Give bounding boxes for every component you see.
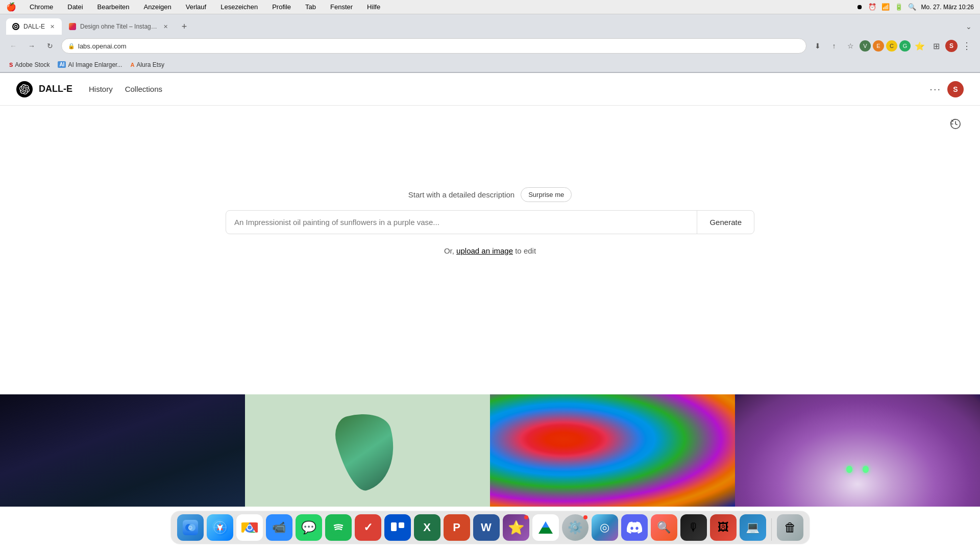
recording-indicator: ⏺ — [856, 3, 863, 11]
image-cell-4[interactable] — [735, 394, 980, 507]
tab-dalle[interactable]: DALL-E ✕ — [6, 18, 62, 35]
dock-icon-safari[interactable] — [207, 514, 233, 541]
tab-instagram[interactable]: Design ohne Titel – Instagra... ✕ — [63, 18, 175, 35]
tab-dalle-label: DALL-E — [23, 23, 45, 30]
generate-button[interactable]: Generate — [697, 211, 754, 234]
menubar-bearbeiten[interactable]: Bearbeiten — [94, 2, 133, 12]
refresh-button[interactable]: ↻ — [43, 39, 57, 53]
tab-dalle-close[interactable]: ✕ — [49, 22, 56, 31]
prompt-input-row: Generate — [226, 210, 754, 234]
bookmark-button[interactable]: ☆ — [843, 39, 857, 53]
dock-icon-arc[interactable]: ◎ — [592, 514, 618, 541]
dock-icon-finder[interactable]: ☺ — [177, 514, 204, 541]
user-avatar[interactable]: S — [947, 81, 964, 97]
prompt-label-text: Start with a detailed description — [408, 190, 514, 199]
share-button[interactable]: ↑ — [827, 39, 841, 53]
menubar-fenster[interactable]: Fenster — [327, 2, 356, 12]
dock-icon-excel[interactable]: X — [414, 514, 440, 541]
menubar-datei[interactable]: Datei — [64, 2, 86, 12]
menubar-verlauf[interactable]: Verlauf — [183, 2, 209, 12]
menubar-profile[interactable]: Profile — [269, 2, 294, 12]
image-grid — [0, 394, 980, 507]
nav-collections[interactable]: Collections — [125, 83, 162, 95]
dock-icon-trello[interactable] — [384, 514, 411, 541]
bookmark-ai-label: AI Image Enlarger... — [68, 61, 122, 68]
image-cell-1[interactable] — [0, 394, 245, 507]
menubar-hilfe[interactable]: Hilfe — [364, 2, 383, 12]
bookmarks-bar: S Adobe Stock AI AI Image Enlarger... A … — [0, 57, 980, 72]
dock-icon-preview[interactable]: 🖼 — [710, 514, 737, 541]
back-button[interactable]: ← — [6, 39, 20, 53]
dock-icon-screens[interactable]: 💻 — [740, 514, 766, 541]
menubar-lesezeichen[interactable]: Lesezeichen — [217, 2, 261, 12]
apple-menu[interactable]: 🍎 — [6, 2, 16, 12]
menubar-right: ⏺ ⏰ 📶 🔋 🔍 Mo. 27. März 10:26 — [856, 3, 974, 11]
dock-icon-chrome[interactable] — [236, 514, 263, 541]
dock-icon-word[interactable]: W — [473, 514, 500, 541]
more-button[interactable]: ··· — [929, 83, 941, 95]
dock-icon-discord[interactable] — [621, 514, 648, 541]
extension-3[interactable]: C — [886, 40, 897, 52]
bookmark-alura-etsy[interactable]: A Alura Etsy — [127, 60, 167, 69]
tab-instagram-label: Design ohne Titel – Instagra... — [80, 23, 158, 30]
menubar-anzeigen[interactable]: Anzeigen — [141, 2, 175, 12]
dock: ☺ — [0, 506, 980, 551]
extension-2[interactable]: E — [873, 40, 884, 52]
dock-icon-whatsapp[interactable]: 💬 — [296, 514, 322, 541]
forward-button[interactable]: → — [24, 39, 39, 53]
history-icon-button[interactable] — [947, 116, 964, 132]
nav-actions: ⬇ ↑ ☆ V E C G ⭐ ⊞ S ⋮ — [811, 39, 974, 53]
nav-history[interactable]: History — [89, 83, 113, 95]
page-wrapper: 🍎 Chrome Datei Bearbeiten Anzeigen Verla… — [0, 0, 980, 551]
prompt-input[interactable] — [226, 211, 697, 234]
dock-icon-spotify[interactable] — [325, 514, 352, 541]
extension-4[interactable]: G — [899, 40, 911, 52]
tab-instagram-close[interactable]: ✕ — [162, 22, 169, 31]
app-main: Start with a detailed description Surpri… — [0, 106, 980, 507]
upload-image-link[interactable]: upload an image — [456, 246, 513, 255]
dock-icon-sound[interactable]: 🎙 — [680, 514, 707, 541]
dock-icon-drive[interactable] — [532, 514, 559, 541]
extension-5[interactable]: ⭐ — [913, 39, 927, 53]
bookmark-adobe-label: Adobe Stock — [15, 61, 50, 68]
address-bar[interactable]: 🔒 labs.openai.com — [61, 38, 806, 54]
new-tab-button[interactable]: + — [177, 19, 191, 34]
extension-6[interactable]: ⊞ — [929, 39, 943, 53]
address-text: labs.openai.com — [78, 42, 127, 50]
svg-rect-18 — [399, 522, 404, 528]
dock-icon-settings[interactable]: ⚙️ — [562, 514, 589, 541]
download-button[interactable]: ⬇ — [811, 39, 825, 53]
surprise-me-button[interactable]: Surprise me — [521, 187, 572, 202]
app-header: DALL-E History Collections ··· S — [0, 73, 980, 106]
alura-favicon: A — [130, 62, 134, 68]
dock-icon-zoom[interactable]: 📹 — [266, 514, 292, 541]
lock-icon: 🔒 — [68, 43, 75, 49]
menubar-chrome[interactable]: Chrome — [27, 2, 56, 12]
svg-point-16 — [330, 519, 347, 536]
image-cell-3[interactable] — [490, 394, 735, 507]
bookmark-ai-enlarger[interactable]: AI AI Image Enlarger... — [55, 60, 125, 69]
image-cell-2[interactable] — [245, 394, 490, 507]
bookmark-alura-label: Alura Etsy — [136, 61, 164, 68]
browser-profile-avatar[interactable]: S — [945, 40, 958, 52]
ai-enlarger-favicon: AI — [58, 61, 66, 68]
more-options-button[interactable]: ⋮ — [960, 39, 974, 53]
upload-suffix: to edit — [513, 246, 536, 255]
prompt-description: Start with a detailed description Surpri… — [408, 187, 572, 202]
dock-container: ☺ — [170, 511, 810, 544]
svg-marker-23 — [538, 528, 553, 534]
browser-content: DALL-E History Collections ··· S — [0, 73, 980, 507]
svg-rect-17 — [391, 522, 397, 531]
time-machine-icon: ⏰ — [868, 3, 876, 11]
dock-icon-trash[interactable]: 🗑 — [777, 514, 803, 541]
tab-bar: DALL-E ✕ Design ohne Titel – Instagra...… — [0, 14, 980, 35]
extension-1[interactable]: V — [860, 40, 871, 52]
dock-icon-bezel[interactable]: ⭐ — [503, 514, 529, 541]
bookmark-adobe-stock[interactable]: S Adobe Stock — [6, 60, 53, 69]
tab-overflow-button[interactable]: ⌄ — [964, 20, 974, 33]
menubar-tab[interactable]: Tab — [302, 2, 319, 12]
search-icon[interactable]: 🔍 — [908, 3, 916, 11]
dock-icon-proxyman[interactable]: 🔍 — [651, 514, 677, 541]
dock-icon-powerpoint[interactable]: P — [444, 514, 470, 541]
dock-icon-todoist[interactable]: ✓ — [355, 514, 381, 541]
